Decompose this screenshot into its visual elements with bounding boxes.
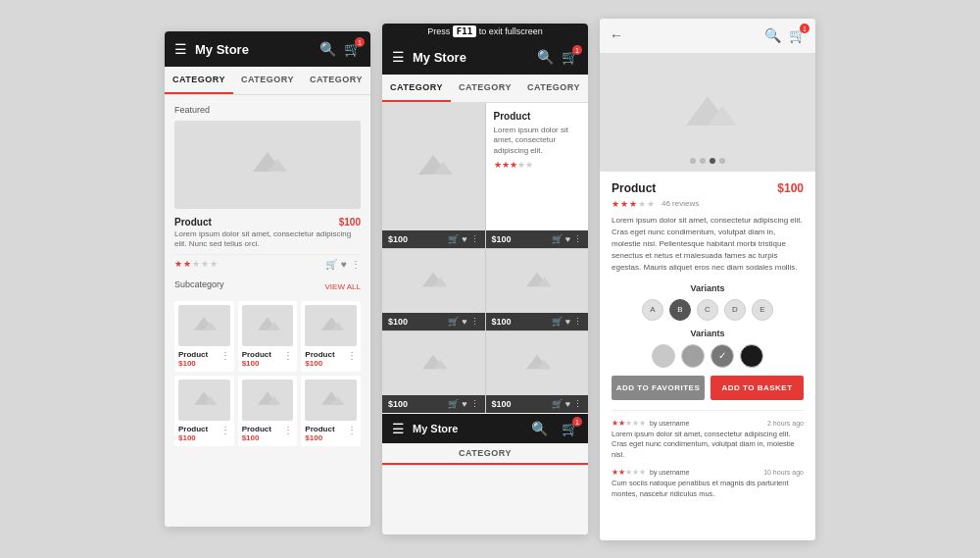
phone-2: Press F11 to exit fullscreen ☰ My Store … <box>382 24 588 534</box>
variant-color-4[interactable] <box>740 344 763 368</box>
variant-B[interactable]: B <box>669 299 691 321</box>
nav-tab-1[interactable]: CATEGORY <box>165 67 233 94</box>
back-icon[interactable]: ← <box>610 27 623 43</box>
sub-item-6[interactable]: Product $100 ⋮ <box>301 376 361 446</box>
more-icon-g2[interactable]: ⋮ <box>573 234 582 244</box>
cart-icon-g2[interactable]: 🛒 <box>552 234 563 244</box>
variant-A[interactable]: A <box>642 299 663 321</box>
cart-icon-g3[interactable]: 🛒 <box>448 317 459 327</box>
bottom-nav-tab-1[interactable]: CATEGORY <box>382 443 588 465</box>
nav-tab-3[interactable]: CATEGORY <box>302 67 370 94</box>
variant-color-1[interactable] <box>652 344 675 368</box>
variant-E[interactable]: E <box>752 299 773 321</box>
variant-C[interactable]: C <box>697 299 718 321</box>
variant-D[interactable]: D <box>724 299 746 321</box>
nav-tab-2[interactable]: CATEGORY <box>233 67 302 94</box>
phone-3: ← 🔍 🛒 1 Product $100 ★★ <box>600 19 815 540</box>
more-icon-g4[interactable]: ⋮ <box>573 317 582 327</box>
cart-icon-bottom[interactable]: 🛒 1 <box>562 421 578 436</box>
sub-item-3[interactable]: Product $100 ⋮ <box>301 301 361 372</box>
hamburger-bottom[interactable]: ☰ <box>392 421 405 436</box>
sub-more-3[interactable]: ⋮ <box>347 350 357 361</box>
cart-icon-3[interactable]: 🛒 1 <box>789 27 806 43</box>
phone-1-nav: CATEGORY CATEGORY CATEGORY <box>165 67 370 95</box>
f11-key: F11 <box>453 25 476 37</box>
sub-img-6 <box>305 380 357 421</box>
search-icon-bottom[interactable]: 🔍 <box>531 421 548 436</box>
product-detail-price: $100 <box>777 181 804 195</box>
review-1-left: ★★★★★ by username <box>612 419 689 428</box>
sub-item-1[interactable]: Product $100 ⋮ <box>174 301 234 372</box>
nav-tab-2-2[interactable]: CATEGORY <box>451 75 519 102</box>
fav-icon-g6[interactable]: ♥ <box>565 399 570 409</box>
grid-icons-4: 🛒 ♥ ⋮ <box>552 317 582 327</box>
search-icon-2[interactable]: 🔍 <box>537 49 554 65</box>
fav-icon-g4[interactable]: ♥ <box>565 317 570 327</box>
nav-tab-2-1[interactable]: CATEGORY <box>382 75 451 102</box>
grid-right-icons: 🛒 ♥ ⋮ <box>552 234 582 244</box>
sub-more-4[interactable]: ⋮ <box>220 425 230 435</box>
cart-add-icon[interactable]: 🛒 <box>325 259 337 270</box>
cart-icon-g4[interactable]: 🛒 <box>552 317 563 327</box>
variants-colors-label: Variants <box>612 329 804 338</box>
more-icon[interactable]: ⋮ <box>351 259 361 270</box>
fav-icon-g1[interactable]: ♥ <box>462 234 466 244</box>
review-1-time: 2 hours ago <box>767 420 804 427</box>
grid-mountain-6 <box>522 351 552 377</box>
search-icon-3[interactable]: 🔍 <box>764 27 781 43</box>
phone-1: ☰ My Store 🔍 🛒 1 CATEGORY CATEGORY CATEG… <box>165 31 370 527</box>
hamburger-icon[interactable]: ☰ <box>174 41 187 57</box>
cart-icon-g1[interactable]: 🛒 <box>448 234 459 244</box>
more-icon-g6[interactable]: ⋮ <box>573 399 582 409</box>
sub-more-1[interactable]: ⋮ <box>220 350 230 361</box>
variant-color-3[interactable] <box>710 344 734 368</box>
variant-color-2[interactable] <box>681 344 705 368</box>
sub-title-4: Product <box>178 425 208 433</box>
sub-price-5: $100 <box>242 433 271 442</box>
grid-featured-price: $100 <box>388 234 408 244</box>
phone-3-body: Product $100 ★★★★★ 46 reviews Lorem ipsu… <box>600 54 815 540</box>
banner-text-post: to exit fullscreen <box>479 26 543 36</box>
view-all-link[interactable]: VIEW ALL <box>325 282 361 291</box>
variants-letters-section: Variants A B C D E <box>612 283 804 321</box>
sub-price-1: $100 <box>178 359 208 368</box>
add-to-favorites-button[interactable]: ADD TO FAVORITES <box>612 376 705 400</box>
grid-icons-3: 🛒 ♥ ⋮ <box>448 317 478 327</box>
cart-icon[interactable]: 🛒 1 <box>344 41 361 57</box>
cart-icon-g5[interactable]: 🛒 <box>448 399 459 409</box>
sub-item-row-5: Product $100 ⋮ <box>242 425 294 442</box>
product-hero <box>600 54 815 172</box>
sub-more-5[interactable]: ⋮ <box>283 425 293 435</box>
sub-mountain-5 <box>254 388 281 411</box>
sub-title-3: Product <box>305 350 334 359</box>
grid-right-price: $100 <box>492 234 512 244</box>
product-detail: Product $100 ★★★★★ 46 reviews Lorem ipsu… <box>600 172 815 518</box>
cart-icon-g6[interactable]: 🛒 <box>552 399 563 409</box>
sub-item-2[interactable]: Product $100 ⋮ <box>238 301 298 372</box>
fav-icon-g5[interactable]: ♥ <box>462 399 466 409</box>
cart-icon-2[interactable]: 🛒 1 <box>562 49 578 65</box>
grid-right-bottom: $100 🛒 ♥ ⋮ <box>486 230 589 248</box>
search-icon[interactable]: 🔍 <box>319 41 336 57</box>
fav-icon-g2[interactable]: ♥ <box>565 234 570 244</box>
detail-stars: ★★★★★ <box>612 199 656 209</box>
store-title-2: My Store <box>413 50 529 65</box>
hamburger-icon-2[interactable]: ☰ <box>392 49 405 65</box>
sub-item-4[interactable]: Product $100 ⋮ <box>174 376 234 446</box>
sub-item-5[interactable]: Product $100 ⋮ <box>238 376 298 446</box>
hero-mountain-icon <box>678 88 737 136</box>
hero-dots <box>690 158 725 164</box>
more-icon-g3[interactable]: ⋮ <box>470 317 479 327</box>
grid-item-3: $100 🛒 ♥ ⋮ <box>382 249 485 330</box>
more-icon-g1[interactable]: ⋮ <box>470 234 479 244</box>
variants-letters-label: Variants <box>612 283 804 293</box>
sub-more-6[interactable]: ⋮ <box>347 425 357 435</box>
more-icon-g5[interactable]: ⋮ <box>470 399 479 409</box>
fav-icon-g3[interactable]: ♥ <box>462 317 466 327</box>
favorite-icon[interactable]: ♥ <box>341 259 347 270</box>
subcategory-header: Subcategory VIEW ALL <box>174 279 361 295</box>
add-to-basket-button[interactable]: ADD TO BASKET <box>710 376 804 400</box>
sub-more-2[interactable]: ⋮ <box>283 350 293 361</box>
nav-tab-2-3[interactable]: CATEGORY <box>519 75 588 102</box>
product-grid: $100 🛒 ♥ ⋮ Product Lorem ipsum dolor sit… <box>382 103 588 413</box>
